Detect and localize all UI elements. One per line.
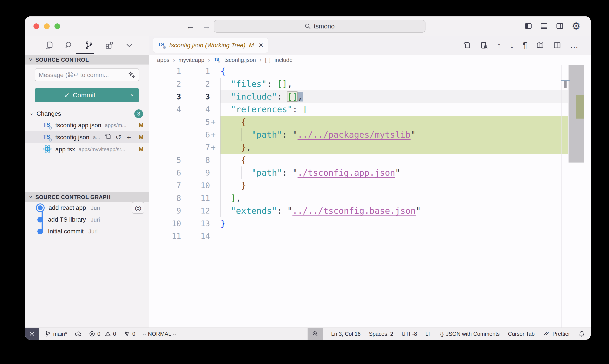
- open-file-icon[interactable]: [104, 133, 112, 142]
- formatter-status[interactable]: ✓✓ Prettier: [543, 330, 570, 337]
- explorer-icon[interactable]: [44, 41, 53, 50]
- commit-dot: [38, 217, 43, 222]
- code-line-13[interactable]: 1013}: [149, 217, 591, 230]
- minimize-window-button[interactable]: [44, 23, 50, 29]
- code-line-6[interactable]: 6+ "path": "../../packages/mytslib": [149, 129, 591, 141]
- nav-back-icon[interactable]: ←: [186, 21, 195, 31]
- ports-status[interactable]: 0: [124, 331, 135, 337]
- problems-status[interactable]: 0 0: [89, 331, 116, 337]
- code-line-12[interactable]: 912 "extends": "../../tsconfig.base.json…: [149, 205, 591, 217]
- tsconfig-file-icon: TS⚙: [214, 57, 220, 63]
- commit-row-1[interactable]: add TS libraryJuri: [25, 214, 149, 225]
- diff-editor[interactable]: 11{22 "files": [],33 "include": [],44 "r…: [149, 65, 591, 327]
- cursor-tab-status[interactable]: Cursor Tab: [508, 331, 535, 337]
- code-line-14[interactable]: 1114: [149, 230, 591, 243]
- breadcrumb-apps[interactable]: apps: [157, 57, 169, 64]
- file-row-app.tsx[interactable]: app.tsxapps/myviteapp/sr...M: [25, 143, 149, 155]
- code-line-4[interactable]: 44 "references": [: [149, 103, 591, 116]
- branch-status[interactable]: main*: [45, 331, 67, 337]
- commit-dot: [38, 229, 43, 234]
- search-value: tsmono: [314, 23, 335, 30]
- breadcrumb-tsconfig[interactable]: tsconfig.json: [224, 57, 256, 64]
- source-control-icon[interactable]: [85, 41, 93, 50]
- zoom-indicator[interactable]: [308, 328, 323, 340]
- eol-status[interactable]: LF: [426, 331, 432, 337]
- breadcrumb-include[interactable]: include: [274, 57, 292, 64]
- more-views-chevron-icon[interactable]: [125, 41, 134, 50]
- code-line-3[interactable]: 33 "include": [],: [149, 90, 591, 103]
- file-path: apps/m...: [105, 122, 127, 129]
- nav-forward-icon[interactable]: →: [202, 21, 211, 31]
- settings-gear-icon[interactable]: ⚙: [571, 21, 581, 31]
- map-icon[interactable]: [536, 41, 544, 50]
- changes-section-header[interactable]: ˅ Changes 3: [25, 108, 149, 119]
- stage-changes-icon[interactable]: ＋: [125, 132, 132, 142]
- vim-mode-indicator[interactable]: -- NORMAL --: [143, 331, 176, 337]
- changes-label: Changes: [37, 110, 61, 117]
- code-line-5[interactable]: 5+ {: [149, 116, 591, 129]
- tab-tsconfig-json[interactable]: TS⚙ tsconfig.json (Working Tree) M ×: [153, 38, 268, 53]
- sync-status[interactable]: [75, 330, 82, 337]
- zoom-window-button[interactable]: [54, 23, 60, 29]
- commit-button[interactable]: ✓ Commit ˅: [35, 88, 139, 102]
- added-line-marker: +: [210, 129, 220, 141]
- code-line-2[interactable]: 22 "files": [],: [149, 78, 591, 90]
- close-tab-icon[interactable]: ×: [259, 41, 263, 49]
- chevron-right-icon: ›: [208, 56, 210, 64]
- commit-row-0[interactable]: add react appJuri◎: [25, 202, 149, 214]
- cursor-position-status[interactable]: Ln 3, Col 16: [331, 331, 361, 337]
- modified-line-number: 12: [181, 205, 210, 217]
- cloud-upload-icon: [75, 330, 82, 337]
- file-row-tsconfig.app.json[interactable]: TS⚙tsconfig.app.jsonapps/m...M: [25, 119, 149, 131]
- commit-message: Initial commit: [48, 228, 84, 235]
- editor-strip-border: [561, 65, 561, 327]
- sparkle-icon[interactable]: [128, 71, 135, 78]
- breadcrumb[interactable]: apps › myviteapp › TS⚙ tsconfig.json › […: [149, 55, 591, 65]
- encoding-status[interactable]: UTF-8: [402, 331, 417, 337]
- remote-indicator[interactable]: [25, 328, 39, 340]
- code-line-1[interactable]: 11{: [149, 65, 591, 78]
- original-line-number: 4: [149, 103, 181, 116]
- code-line-7[interactable]: 7+ },: [149, 141, 591, 154]
- compare-file-icon[interactable]: [480, 41, 488, 50]
- source-control-graph-header[interactable]: ˅ SOURCE CONTROL GRAPH: [25, 192, 149, 202]
- goto-current-commit-button[interactable]: ◎: [132, 202, 144, 214]
- code-line-9[interactable]: 69 "path": "./tsconfig.app.json": [149, 167, 591, 179]
- line-content: "path": "./tsconfig.app.json": [220, 167, 568, 179]
- line-content: {: [220, 65, 568, 78]
- modified-line-number: 1: [181, 65, 210, 78]
- split-editor-icon[interactable]: [553, 41, 561, 50]
- code-line-10[interactable]: 710 }: [149, 179, 591, 192]
- error-icon: [89, 331, 95, 337]
- code-line-8[interactable]: 58 {: [149, 154, 591, 167]
- original-line-number: 10: [149, 217, 181, 230]
- toggle-primary-sidebar-icon[interactable]: [524, 22, 532, 30]
- close-window-button[interactable]: [33, 23, 39, 29]
- breadcrumb-myviteapp[interactable]: myviteapp: [179, 57, 205, 64]
- search-icon[interactable]: [65, 41, 73, 50]
- next-change-icon[interactable]: ↓: [510, 41, 514, 50]
- command-center-search[interactable]: tsmono: [214, 20, 426, 33]
- code-line-11[interactable]: 811 ],: [149, 192, 591, 205]
- commit-dropdown-button[interactable]: ˅: [125, 92, 139, 98]
- indentation-status[interactable]: Spaces: 2: [369, 331, 393, 337]
- previous-change-icon[interactable]: ↑: [497, 41, 501, 50]
- file-row-tsconfig.json[interactable]: TS⚙tsconfig.jsona...↺＋M: [25, 131, 149, 143]
- open-changes-icon[interactable]: [463, 41, 471, 50]
- tsconfig-file-icon: TS⚙: [43, 121, 52, 130]
- tsconfig-file-icon: TS⚙: [158, 41, 166, 49]
- original-line-number: 3: [149, 90, 181, 103]
- commit-message-input[interactable]: Message (⌘↵ to comm...: [35, 68, 139, 81]
- extensions-icon[interactable]: [105, 41, 114, 50]
- toggle-secondary-sidebar-icon[interactable]: [556, 22, 564, 30]
- toggle-panel-icon[interactable]: [540, 22, 548, 30]
- notifications-bell-icon[interactable]: [578, 331, 585, 337]
- render-whitespace-icon[interactable]: ¶: [523, 41, 527, 50]
- more-actions-icon[interactable]: …: [570, 41, 578, 50]
- graph-title: SOURCE CONTROL GRAPH: [35, 194, 111, 200]
- commit-row-2[interactable]: Initial commitJuri: [25, 225, 149, 237]
- modified-line-number: 11: [181, 192, 210, 205]
- source-control-section-header[interactable]: ˅ SOURCE CONTROL: [25, 55, 149, 65]
- language-mode-status[interactable]: {} JSON with Comments: [440, 331, 500, 337]
- discard-changes-icon[interactable]: ↺: [116, 133, 121, 142]
